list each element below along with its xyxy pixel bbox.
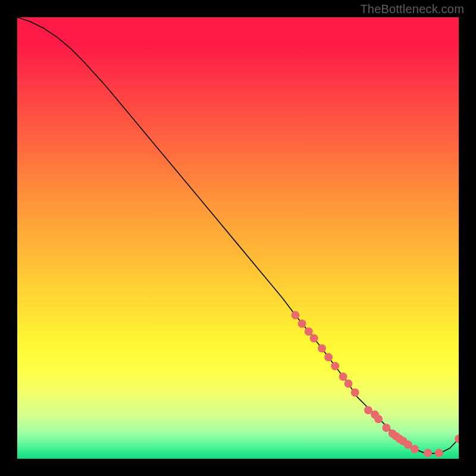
chart-plot-area: [17, 17, 459, 459]
data-marker: [424, 449, 432, 457]
data-marker: [324, 353, 333, 361]
marker-group: [291, 311, 459, 458]
watermark-text: TheBottleneck.com: [360, 2, 464, 16]
bottleneck-curve-line: [17, 17, 459, 453]
data-marker: [411, 445, 419, 453]
data-marker: [298, 320, 306, 328]
chart-svg: [17, 17, 459, 459]
data-marker: [310, 334, 318, 342]
data-marker: [291, 311, 299, 320]
data-marker: [382, 424, 390, 432]
data-marker: [455, 435, 459, 443]
data-marker: [374, 415, 383, 423]
data-marker: [435, 449, 443, 457]
data-marker: [345, 380, 353, 388]
data-marker: [339, 372, 347, 381]
data-marker: [305, 327, 313, 336]
data-marker: [318, 345, 326, 353]
data-marker: [351, 389, 359, 397]
data-marker: [331, 362, 339, 370]
